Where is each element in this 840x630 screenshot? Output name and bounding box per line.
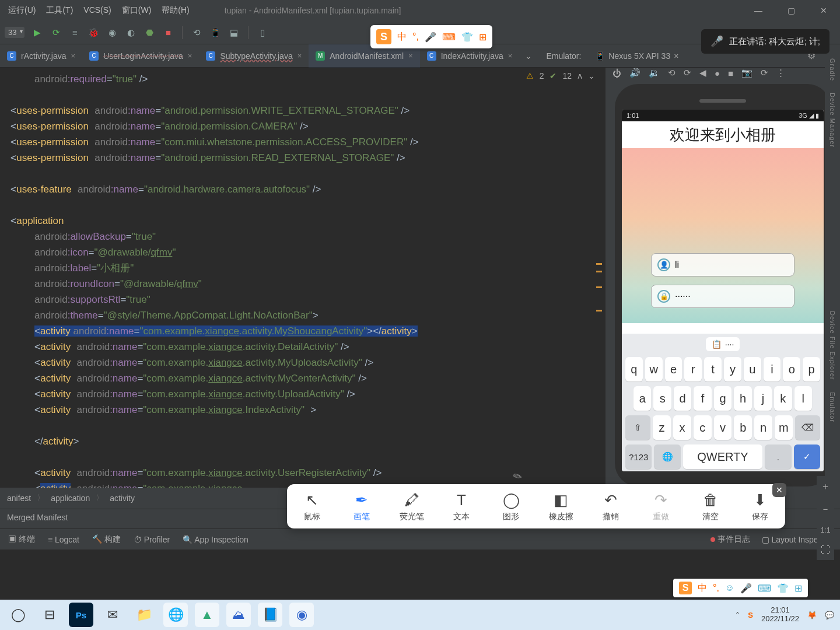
key-z[interactable]: z [653,415,671,440]
tab-ractivity[interactable]: CrActivity.java× [0,44,82,68]
chevron-up-icon[interactable]: ʌ [578,71,582,80]
shape-tool[interactable]: ◯图形 [487,491,536,522]
mail-taskbar-icon[interactable]: ✉ [100,603,125,627]
build-tab[interactable]: 🔨 构建 [92,534,121,545]
key-p[interactable]: p [803,357,820,382]
device-file-explorer-tab[interactable]: Device File Explorer [829,311,836,380]
redo-tool[interactable]: ↷重做 [636,491,685,522]
key-u[interactable]: u [744,357,761,382]
ime-punct-icon[interactable]: °, [713,583,719,593]
enter-key[interactable]: ✓ [794,444,820,469]
key-q[interactable]: q [625,357,643,382]
emulator-side-tab[interactable]: Emulator [829,392,836,422]
event-log-tab[interactable]: 事件日志 [710,534,750,545]
close-icon[interactable]: × [71,51,76,60]
username-field[interactable]: 👤 li [651,253,794,276]
ime-punct-icon[interactable]: °, [412,32,419,42]
zoom-in-icon[interactable]: ＋ [821,481,830,493]
key-d[interactable]: d [674,386,691,411]
tab-subtype[interactable]: CSubtypeActivity.java× [199,44,309,68]
key-h[interactable]: h [734,386,751,411]
zoom-fit[interactable]: 1:1 [821,526,831,534]
key-w[interactable]: w [645,357,663,382]
rotate-right-icon[interactable]: ⟳ [684,68,691,78]
profile-icon[interactable]: ◐ [125,27,136,38]
ime-lang[interactable]: 中 [698,582,707,594]
close-button[interactable]: ✕ [807,0,840,21]
close-icon[interactable]: × [508,51,513,60]
tabs-dropdown-icon[interactable]: ⌄ [519,51,538,61]
coverage-icon[interactable]: ◉ [106,27,118,38]
text-tool[interactable]: T文本 [436,491,486,522]
key-m[interactable]: m [775,415,793,440]
menu-vcs[interactable]: VCS(S) [83,5,111,16]
clear-tool[interactable]: 🗑清空 [685,491,735,522]
inspection-widget[interactable]: ⚠2 ✔12 ʌ ⌄ [526,71,595,80]
breadcrumb-item[interactable]: activity [110,494,135,503]
close-icon[interactable]: × [674,51,678,61]
eraser-tool[interactable]: ◧橡皮擦 [536,491,586,522]
menu-tools[interactable]: 工具(T) [46,5,73,16]
home-icon[interactable]: ● [715,68,720,78]
ime-lang[interactable]: 中 [397,31,407,43]
mouse-tool[interactable]: ↖鼠标 [287,491,337,522]
code-editor[interactable]: ⚠2 ✔12 ʌ ⌄ android:required="true" /> <u… [0,68,606,488]
tray-sogou-icon[interactable]: S [748,611,753,620]
expand-icon[interactable]: ⛶ [821,545,830,555]
chevron-down-icon[interactable]: ⌄ [588,71,595,80]
close-icon[interactable]: × [298,51,302,60]
key-l[interactable]: l [794,386,812,411]
attach-icon[interactable]: ≡ [69,27,80,38]
ime-keyboard-icon[interactable]: ⌨ [442,32,456,43]
screenshot-icon[interactable]: 📷 [741,68,752,78]
android-studio-taskbar-icon[interactable]: ▲ [195,603,219,627]
app1-taskbar-icon[interactable]: ⛰ [226,603,251,627]
numeric-key[interactable]: ?123 [625,444,652,469]
key-o[interactable]: o [783,357,800,382]
key-k[interactable]: k [774,386,792,411]
menu-window[interactable]: 窗口(W) [122,5,152,16]
undo-tool[interactable]: ↶撤销 [586,491,635,522]
key-a[interactable]: a [634,386,651,411]
minimize-button[interactable]: — [742,0,775,21]
overview-icon[interactable]: ■ [728,68,733,78]
ime-skin-icon[interactable]: 👕 [461,32,473,43]
suggestion-item[interactable]: 📋 ···· [706,337,740,351]
tab-userlogin[interactable]: CUserLoginActivity.java× [82,44,199,68]
run-icon[interactable]: ▶ [32,27,43,38]
lang-key[interactable]: 🌐 [654,444,680,469]
notification-icon[interactable]: 💬 [825,611,834,620]
key-j[interactable]: j [754,386,772,411]
ime-grid-icon[interactable]: ⊞ [794,583,802,594]
terminal-tab[interactable]: ▣ 终端 [8,534,35,545]
android-icon[interactable]: ⬣ [144,27,155,38]
key-x[interactable]: x [673,415,691,440]
space-key[interactable]: QWERTY [683,444,762,469]
breadcrumb-item[interactable]: anifest [7,494,31,503]
volume-down-icon[interactable]: 🔉 [649,68,660,78]
ime-smiley-icon[interactable]: ☺ [725,583,734,593]
menu-run[interactable]: 运行(U) [8,5,36,16]
record-icon[interactable]: ⟳ [761,68,768,78]
key-s[interactable]: s [653,386,671,411]
key-f[interactable]: f [694,386,711,411]
password-field[interactable]: 🔒 ······ [651,285,794,308]
ime-keyboard-icon[interactable]: ⌨ [758,583,771,594]
pen-tool[interactable]: ✒画笔 [337,491,386,522]
power-icon[interactable]: ⏻ [612,68,621,78]
code-content[interactable]: android:required="true" /> <uses-permiss… [0,68,606,488]
key-i[interactable]: i [764,357,781,382]
edge-taskbar-icon[interactable]: 🌐 [163,603,188,627]
breadcrumb-item[interactable]: application [51,494,90,503]
period-key[interactable]: . [765,444,791,469]
backspace-key[interactable]: ⌫ [795,415,820,440]
key-b[interactable]: b [734,415,752,440]
close-icon[interactable]: × [188,51,192,60]
stop-icon[interactable]: ■ [162,27,174,38]
ime-grid-icon[interactable]: ⊞ [479,32,487,43]
start-button[interactable]: ◯ [6,603,30,627]
key-v[interactable]: v [714,415,732,440]
key-c[interactable]: c [694,415,712,440]
key-n[interactable]: n [754,415,772,440]
highlighter-tool[interactable]: 🖍荧光笔 [387,491,436,522]
